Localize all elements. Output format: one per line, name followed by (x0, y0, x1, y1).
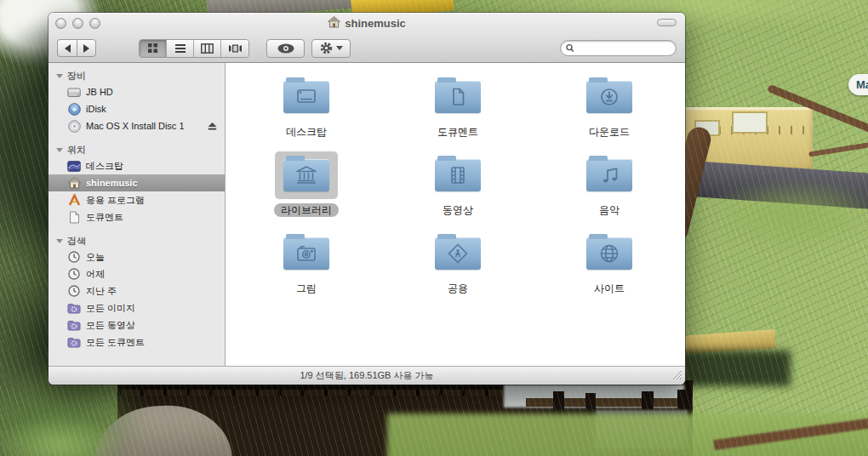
eject-button[interactable] (207, 121, 218, 131)
window-chrome[interactable]: shinemusic (49, 13, 685, 63)
folder-item-downloads[interactable]: 다운로드 (545, 73, 673, 151)
document-icon (67, 210, 81, 224)
folder-label: 동영상 (436, 203, 480, 217)
disclosure-triangle-icon[interactable] (56, 148, 63, 156)
sidebar-item-desktop[interactable]: 데스크탑 (49, 157, 225, 174)
documents-folder-icon (435, 81, 481, 113)
forward-icon (83, 44, 89, 53)
sidebar-section-places[interactable]: 위치 (49, 142, 225, 157)
column-view-button[interactable] (194, 40, 221, 57)
desktop-picture-icon (67, 159, 81, 173)
sidebar-section-label: 검색 (67, 235, 86, 248)
title-bar[interactable]: shinemusic (49, 13, 685, 34)
downloads-folder-icon (586, 81, 632, 113)
finder-window: shinemusic (49, 13, 685, 385)
disclosure-triangle-icon[interactable] (56, 74, 63, 82)
search-field[interactable] (560, 40, 677, 56)
folder-item-desktop[interactable]: 데스크탑 (243, 73, 370, 151)
movies-folder-icon (435, 159, 481, 191)
toolbar-toggle-pill-button[interactable] (657, 19, 677, 26)
back-icon (65, 44, 71, 53)
minimize-button[interactable] (72, 18, 83, 29)
disclosure-triangle-icon[interactable] (56, 239, 63, 247)
sidebar-item-label: 지난 주 (86, 285, 117, 298)
coverflow-view-button[interactable] (221, 40, 248, 57)
desktop: Ma shinemusic (0, 0, 868, 456)
sidebar-item-all-images[interactable]: 모든 이미지 (49, 299, 225, 316)
hard-drive-icon (67, 85, 81, 99)
clock-icon (67, 267, 81, 281)
search-input[interactable] (578, 43, 671, 54)
sidebar-item-label: 오늘 (86, 251, 105, 264)
back-button[interactable] (57, 39, 77, 57)
folder-label: 그림 (289, 282, 323, 295)
sidebar-section-label: 위치 (67, 144, 86, 157)
folder-item-documents[interactable]: 도큐멘트 (394, 73, 522, 151)
view-segmented-control (139, 39, 249, 58)
sidebar-item-label: 도큐멘트 (86, 211, 123, 224)
smart-folder-icon (67, 318, 81, 332)
zoom-button[interactable] (89, 18, 100, 29)
folder-label: 공용 (441, 282, 475, 295)
music-folder-icon (586, 159, 632, 191)
icon-view-icon (147, 43, 158, 54)
edge-widget-tab[interactable]: Ma (848, 74, 868, 95)
sidebar-item-label: 응용 프로그램 (86, 194, 145, 207)
status-text: 1/9 선택됨, 169.51GB 사용 가능 (300, 369, 433, 382)
sidebar-item-jb-hd[interactable]: JB HD (49, 83, 225, 100)
sidebar-item-label: 모든 도큐멘트 (86, 336, 145, 349)
sidebar-item-label: 어제 (86, 268, 105, 281)
sidebar-item-install-disc[interactable]: Mac OS X Install Disc 1 (49, 117, 225, 134)
sidebar-item-yesterday[interactable]: 어제 (49, 265, 225, 282)
folder-item-music[interactable]: 음악 (545, 151, 673, 230)
folder-label: 데스크탑 (279, 125, 334, 139)
forward-button[interactable] (77, 39, 96, 57)
folder-item-library[interactable]: 라이브러리 (243, 151, 370, 230)
home-icon (328, 16, 340, 31)
folder-label: 다운로드 (582, 125, 637, 139)
disc-icon (67, 119, 81, 133)
sidebar-item-all-movies[interactable]: 모든 동영상 (49, 316, 225, 333)
close-button[interactable] (55, 18, 66, 29)
icon-view-button[interactable] (140, 40, 167, 57)
sidebar-item-past-week[interactable]: 지난 주 (49, 282, 225, 299)
icon-view-area[interactable]: 데스크탑 도큐멘트 다운로드 (226, 63, 685, 366)
public-folder-icon (435, 237, 481, 270)
sidebar-item-idisk[interactable]: iDisk (49, 100, 225, 117)
quicklook-button[interactable] (266, 39, 305, 58)
folder-item-public[interactable]: 공용 (394, 230, 522, 308)
sidebar-section-label: 장비 (67, 70, 86, 83)
applications-icon (67, 193, 81, 207)
sidebar-item-documents[interactable]: 도큐멘트 (49, 208, 225, 225)
action-gear-icon (319, 41, 334, 55)
sidebar-section-search-for[interactable]: 검색 (49, 233, 225, 248)
list-view-button[interactable] (167, 40, 194, 57)
sidebar-item-today[interactable]: 오늘 (49, 248, 225, 265)
smart-folder-icon (67, 301, 81, 315)
idisk-icon (67, 102, 81, 116)
folder-item-pictures[interactable]: 그림 (243, 230, 370, 308)
sidebar-item-all-documents[interactable]: 모든 도큐멘트 (49, 333, 225, 351)
sidebar: 장비 JB HD iDisk Mac OS X Install Disc 1 (49, 63, 226, 366)
sidebar-item-label: JB HD (86, 87, 113, 97)
list-view-icon (174, 43, 186, 54)
folder-item-movies[interactable]: 동영상 (394, 151, 522, 230)
sidebar-item-label: 모든 동영상 (86, 319, 135, 332)
sidebar-item-home-shinemusic[interactable]: shinemusic (49, 174, 225, 191)
clock-icon (67, 284, 81, 298)
folder-item-sites[interactable]: 사이트 (545, 230, 673, 308)
home-icon (67, 176, 81, 190)
resize-grip[interactable] (671, 369, 682, 382)
sites-folder-icon (586, 237, 632, 270)
folder-label: 음악 (592, 203, 626, 217)
action-menu-button[interactable] (311, 39, 351, 58)
sidebar-item-label: 모든 이미지 (86, 302, 135, 315)
sidebar-section-devices[interactable]: 장비 (49, 68, 225, 83)
smart-folder-icon (67, 335, 81, 349)
window-title: shinemusic (345, 17, 406, 30)
clock-icon (67, 250, 81, 264)
folder-label: 도큐멘트 (431, 125, 485, 139)
sidebar-item-label: iDisk (86, 104, 106, 114)
quicklook-eye-icon (277, 43, 295, 54)
sidebar-item-applications[interactable]: 응용 프로그램 (49, 191, 225, 208)
